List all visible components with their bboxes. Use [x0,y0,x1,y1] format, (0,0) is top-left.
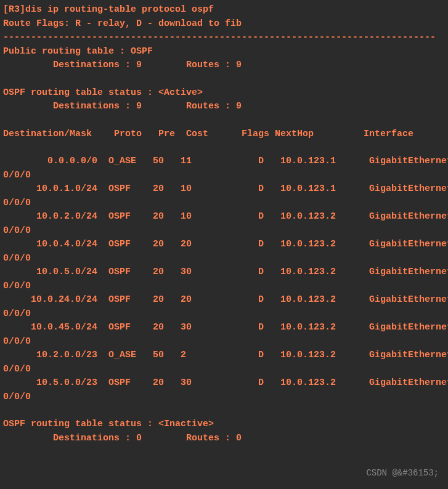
route-entry: 10.0.45.0/24 OSPF 20 30 D 10.0.123.2 Gig… [3,321,445,335]
route-entry-cont: 0/0/0 [3,169,445,183]
route-entry: 10.0.24.0/24 OSPF 20 20 D 10.0.123.2 Gig… [3,293,445,307]
blank-line [3,141,445,155]
route-entry-cont: 0/0/0 [3,363,445,377]
route-entry-cont: 0/0/0 [3,390,445,405]
command-line: [R3]dis ip routing-table protocol ospf [3,3,445,17]
public-table-title: Public routing table : OSPF [3,45,445,59]
route-entry: 10.5.0.0/23 OSPF 20 30 D 10.0.123.2 Giga… [3,376,445,390]
watermark: CSDN @&#36153; [366,467,439,480]
columns-header: Destination/Mask Proto Pre Cost Flags Ne… [3,127,445,142]
active-status-title: OSPF routing table status : <Active> [3,86,445,100]
inactive-status-title: OSPF routing table status : <Inactive> [3,418,445,432]
route-entry: 0.0.0.0/0 O_ASE 50 11 D 10.0.123.1 Gigab… [3,155,445,169]
route-entry-cont: 0/0/0 [3,307,445,321]
route-entry-cont: 0/0/0 [3,335,445,349]
route-entry: 10.0.4.0/24 OSPF 20 20 D 10.0.123.2 Giga… [3,238,445,252]
blank-line [3,404,445,418]
public-table-summary: Destinations : 9 Routes : 9 [3,59,445,73]
route-entry: 10.0.5.0/24 OSPF 20 30 D 10.0.123.2 Giga… [3,265,445,280]
blank-line [3,73,445,86]
active-status-summary: Destinations : 9 Routes : 9 [3,100,445,114]
divider: ----------------------------------------… [3,31,445,45]
route-entry: 10.2.0.0/23 O_ASE 50 2 D 10.0.123.2 Giga… [3,349,445,363]
route-entry-cont: 0/0/0 [3,252,445,266]
inactive-status-summary: Destinations : 0 Routes : 0 [3,432,445,446]
route-entry-cont: 0/0/0 [3,196,445,211]
route-entry: 10.0.2.0/24 OSPF 20 10 D 10.0.123.2 Giga… [3,210,445,224]
routes-list: 0.0.0.0/0 O_ASE 50 11 D 10.0.123.1 Gigab… [3,155,445,404]
route-entry-cont: 0/0/0 [3,280,445,294]
route-entry: 10.0.1.0/24 OSPF 20 10 D 10.0.123.1 Giga… [3,182,445,196]
blank-line [3,114,445,127]
route-entry-cont: 0/0/0 [3,224,445,238]
route-flags: Route Flags: R - relay, D - download to … [3,17,445,31]
